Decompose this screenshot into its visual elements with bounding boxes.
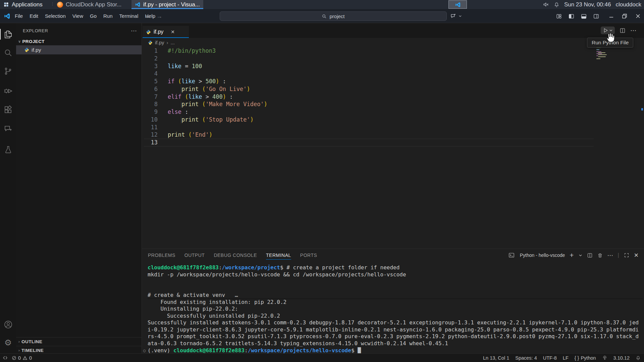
panel-more-actions-icon[interactable]: ⋯	[607, 252, 613, 259]
minimize-window-icon[interactable]	[609, 14, 614, 19]
chevron-down-icon	[459, 14, 462, 18]
encoding-status[interactable]: UTF-8	[543, 355, 557, 361]
terminal-line: mkdir -p /workspace/projects/hello-vscod…	[148, 271, 643, 278]
toggle-panel-icon[interactable]	[581, 13, 587, 19]
code-line[interactable]: print ('Stop Update')	[168, 116, 590, 124]
menu-go[interactable]: Go	[87, 11, 100, 21]
code-line[interactable]: print ('Go On Live')	[168, 85, 590, 93]
sidebar-item-run-debug[interactable]	[0, 83, 16, 99]
terminal-line: Successfully installed asttokens-3.0.1 c…	[148, 319, 643, 326]
menu-edit[interactable]: Edit	[26, 11, 42, 21]
line-number: 10	[142, 116, 158, 124]
eol-status[interactable]: LF	[563, 355, 569, 361]
system-clock[interactable]: Sun 23 Nov, 00:46	[564, 1, 611, 8]
terminal-launch-chevron-icon[interactable]	[579, 254, 582, 257]
minimap[interactable]	[596, 47, 610, 88]
navigate-forward-icon[interactable]: →	[156, 13, 162, 20]
code-line[interactable]	[168, 70, 590, 78]
close-tab-icon[interactable]: ✕	[171, 29, 175, 35]
terminal-line: clouddock@681f78f2e883:/workspace/projec…	[148, 264, 643, 271]
settings-button[interactable]: ⚙	[0, 334, 16, 351]
menu-file[interactable]: File	[11, 11, 26, 21]
warning-icon	[22, 356, 28, 360]
code-line[interactable]: elif (like > 400) :	[168, 93, 590, 101]
sidebar-item-testing[interactable]	[0, 141, 16, 157]
restore-window-icon[interactable]	[622, 13, 627, 19]
sidebar-item-extensions[interactable]	[0, 102, 16, 118]
kill-terminal-trash-icon[interactable]	[597, 253, 603, 258]
minimap-line	[596, 55, 598, 56]
close-window-icon[interactable]	[635, 13, 641, 19]
line-number: 4	[142, 70, 158, 78]
search-icon	[4, 48, 12, 57]
panel-tab-problems[interactable]: PROBLEMS	[148, 249, 175, 262]
account-button[interactable]	[0, 316, 16, 332]
applications-menu[interactable]: Applications	[3, 0, 43, 9]
terminal-output[interactable]: clouddock@681f78f2e883:/workspace/projec…	[148, 264, 643, 354]
toggle-secondary-sidebar-icon[interactable]	[593, 13, 599, 19]
code-line[interactable]	[168, 139, 590, 146]
window-tab-vscode[interactable]: if.py - project - Visua...	[131, 0, 203, 9]
code-line[interactable]: else :	[168, 108, 590, 116]
applications-label: Applications	[12, 1, 43, 8]
explorer-section-outline[interactable]: › OUTLINE	[16, 337, 142, 346]
search-command-center[interactable]: project	[220, 11, 447, 21]
code-line[interactable]: if (like > 500) :	[168, 78, 590, 85]
navigate-back-icon[interactable]: ←	[145, 13, 151, 20]
taskbar-vscode-item[interactable]	[448, 0, 467, 9]
editor-tab-ifpy[interactable]: if.py ✕	[143, 26, 189, 38]
volume-muted-icon[interactable]	[543, 1, 549, 8]
split-terminal-icon[interactable]	[587, 253, 593, 258]
window-tab-clouddock[interactable]: CloudDock App Stor...	[54, 0, 125, 9]
explorer-file-ifpy[interactable]: if.py	[16, 45, 142, 54]
code-line[interactable]: print ('End')	[168, 131, 590, 139]
code-area[interactable]: #!/bin/python3like = 100if (like > 500) …	[168, 47, 590, 146]
toggle-primary-sidebar-icon[interactable]	[568, 13, 575, 19]
maximize-panel-icon[interactable]	[624, 253, 629, 258]
broadcast-icon[interactable]	[602, 355, 607, 360]
code-line[interactable]: print ('Make More Video')	[168, 100, 590, 108]
errors-warnings-status[interactable]: 0 0	[12, 355, 32, 361]
menu-terminal[interactable]: Terminal	[116, 11, 142, 21]
indent-guide	[181, 85, 181, 93]
line-number: 3	[142, 62, 158, 70]
sidebar-item-source-control[interactable]	[0, 63, 16, 79]
language-mode-status[interactable]: { } Python	[575, 355, 596, 361]
sidebar-item-chat[interactable]	[0, 120, 16, 136]
chevron-right-icon: ›	[18, 340, 20, 344]
sidebar-item-search[interactable]	[0, 45, 16, 61]
remote-indicator-icon[interactable]	[3, 355, 8, 360]
breadcrumb-symbol[interactable]: ...	[171, 40, 175, 45]
explorer-section-project[interactable]: ∨ PROJECT	[16, 37, 142, 45]
terminal-session-label[interactable]: Python - hello-vscode	[520, 253, 565, 258]
panel-tab-terminal[interactable]: TERMINAL	[266, 249, 291, 262]
explorer-more-actions-icon[interactable]: ⋯	[131, 27, 137, 35]
system-username[interactable]: clouddock	[615, 1, 641, 8]
notifications-bell-icon[interactable]	[636, 355, 641, 361]
breadcrumb-file[interactable]: if.py	[155, 40, 164, 45]
menu-selection[interactable]: Selection	[42, 11, 69, 21]
code-line[interactable]	[168, 124, 590, 131]
python-version-status[interactable]: 3.10.12	[613, 355, 630, 361]
notification-bell-icon[interactable]	[554, 2, 559, 8]
sidebar-item-explorer[interactable]	[0, 26, 16, 42]
code-line[interactable]	[168, 55, 590, 62]
code-line[interactable]: #!/bin/python3	[168, 47, 590, 55]
breadcrumb[interactable]: if.py › ...	[148, 38, 175, 47]
line-number: 11	[142, 124, 158, 131]
panel-tab-ports[interactable]: PORTS	[300, 249, 317, 262]
panel-tab-output[interactable]: OUTPUT	[184, 249, 205, 262]
indentation-status[interactable]: Spaces: 4	[515, 355, 537, 361]
code-line[interactable]: like = 100	[168, 62, 590, 70]
copilot-menu[interactable]	[450, 9, 462, 23]
panel-tab-debug-console[interactable]: DEBUG CONSOLE	[214, 249, 257, 262]
close-panel-icon[interactable]: ✕	[634, 252, 639, 259]
cursor-position-status[interactable]: Ln 13, Col 1	[483, 355, 509, 361]
new-terminal-icon[interactable]: +	[570, 251, 574, 259]
customize-layout-icon[interactable]	[556, 13, 562, 19]
menu-run[interactable]: Run	[100, 11, 116, 21]
split-editor-icon[interactable]	[620, 28, 626, 34]
line-number: 6	[142, 85, 158, 93]
editor-more-actions-icon[interactable]: ⋯	[630, 27, 637, 34]
menu-view[interactable]: View	[69, 11, 87, 21]
